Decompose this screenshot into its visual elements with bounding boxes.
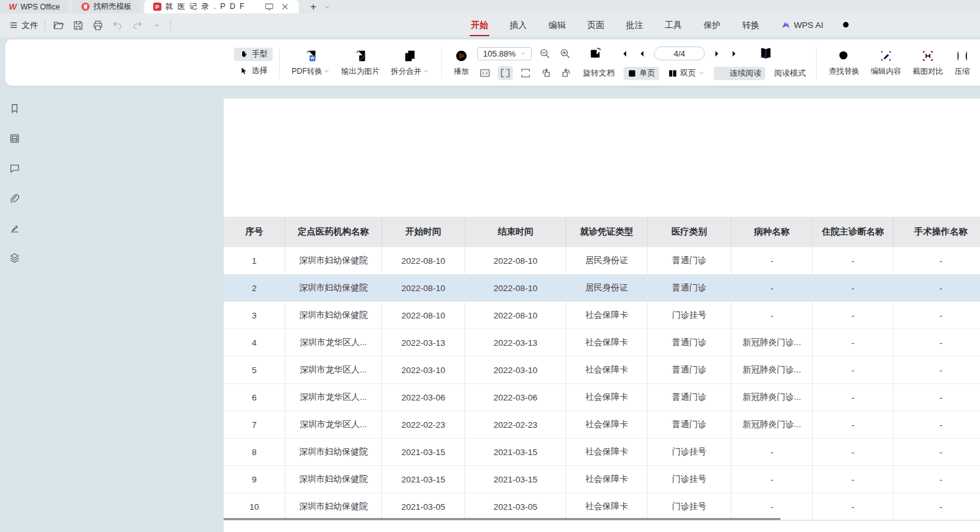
print-button[interactable] [91,18,105,32]
tab-home[interactable]: 开始 [470,17,489,34]
rotate-right-button[interactable] [559,66,574,80]
zoom-level-combo[interactable]: 105.88% [477,47,532,60]
compress-button[interactable]: 压缩 [949,48,976,78]
tab-insert[interactable]: 插入 [508,17,528,34]
table-cell: 2022-03-06 [381,383,465,411]
read-mode-button[interactable]: 阅读模式 [770,67,810,80]
zoom-in-button[interactable] [557,46,573,60]
first-page-button[interactable] [617,48,630,60]
new-tab-button[interactable]: + [308,1,319,13]
double-page-button[interactable]: 双页 [664,67,709,80]
quickbar-chevron-icon[interactable] [150,18,164,32]
table-cell: 2022-03-06 [465,383,566,411]
table-horizontal-scrollbar[interactable] [224,518,780,520]
table-cell: 2021-03-15 [381,438,465,465]
open-file-button[interactable] [51,18,65,32]
table-cell: - [893,356,980,383]
tab-wps-ai[interactable]: WPS AI [780,18,825,32]
attachments-icon[interactable] [6,190,23,207]
save-button[interactable] [71,18,85,32]
table-cell: - [812,329,893,356]
column-header: 开始时间 [381,217,465,247]
bookmarks-icon[interactable] [6,100,23,117]
tab-document-pdf[interactable]: P 就医记录.PDF [144,0,299,13]
find-replace-button[interactable]: 查找替换 [823,48,865,78]
close-tab-icon[interactable] [280,2,290,11]
single-page-button[interactable]: 单页 [623,67,659,80]
comments-icon[interactable] [6,160,23,177]
thumbnails-icon[interactable] [6,130,23,147]
tab-edit[interactable]: 编辑 [547,17,567,34]
table-cell: 社会保障卡 [566,493,647,520]
layers-icon[interactable] [6,250,23,266]
table-cell: 居民身份证 [566,247,647,274]
table-cell: 新冠肺炎门诊... [731,383,812,411]
table-cell: - [893,438,980,465]
divider [170,20,171,31]
header-row: 序号定点医药机构名称开始时间结束时间就诊凭证类型医疗类别病种名称住院主诊断名称手… [224,217,980,247]
ribbon-search-icon[interactable] [841,20,851,30]
tab-wps-office[interactable]: W WPS Office [0,0,69,13]
export-image-button[interactable]: 输出为图片 [336,48,385,78]
monitor-icon[interactable] [264,2,274,11]
table-cell: - [893,329,980,356]
table-cell: - [893,465,980,493]
tab-tools[interactable]: 工具 [664,17,683,34]
table-cell: 社会保障卡 [566,383,647,411]
ribbon-toolbar: 手型 选择 PDF转换 输出为图片 拆分合并 播放 105.88% [5,39,980,86]
screenshot-compare-button[interactable]: 截图对比 [907,48,949,78]
file-menu-button[interactable]: 文件 [0,20,44,31]
table-cell: - [893,493,980,520]
pdf-convert-button[interactable]: PDF转换 [286,48,336,78]
table-cell: 2022-02-23 [465,411,566,438]
table-cell: 9 [224,465,285,493]
table-cell: 新冠肺炎门诊... [731,411,812,438]
column-header: 定点医药机构名称 [285,217,381,247]
next-page-button[interactable] [710,48,723,60]
tab-comment[interactable]: 批注 [625,17,644,34]
compress-label: 压缩 [955,66,970,77]
continuous-reading-button[interactable]: 连续阅读 [714,67,765,80]
select-tool-button[interactable]: 选择 [234,64,273,78]
table-cell: 社会保障卡 [566,301,647,329]
zoom-out-button[interactable] [537,46,552,60]
table-cell: - [812,465,893,493]
pdf-page: 序号定点医药机构名称开始时间结束时间就诊凭证类型医疗类别病种名称住院主诊断名称手… [224,99,980,532]
table-cell: 4 [224,329,285,356]
rotate-left-button[interactable] [538,66,554,80]
actual-size-button[interactable] [477,66,493,80]
table-cell: - [731,438,812,465]
tab-protect[interactable]: 保护 [702,17,722,34]
table-cell: 门诊挂号 [647,493,731,520]
annotate-pen-icon[interactable] [6,220,23,236]
tab-docer-templates[interactable]: 找稻壳模板 [72,0,140,13]
table-cell: 深圳市龙华区人... [285,356,381,383]
table-row: 10深圳市妇幼保健院2021-03-052021-03-05社会保障卡门诊挂号-… [224,493,980,520]
tab-convert[interactable]: 转换 [741,17,761,34]
table-cell: - [812,274,893,301]
split-merge-button[interactable]: 拆分合并 [385,48,435,78]
table-cell: 深圳市妇幼保健院 [285,493,381,520]
divider [441,47,442,79]
rotate-pages-icon[interactable] [587,45,604,62]
table-cell: 居民身份证 [566,274,647,301]
last-page-button[interactable] [728,48,742,60]
redo-button[interactable] [130,18,144,32]
fit-page-button[interactable] [518,66,533,80]
page-number-input[interactable] [654,46,705,60]
rotate-document-label: 旋转文档 [583,68,615,79]
table-cell: 深圳市妇幼保健院 [285,301,381,329]
previous-page-button[interactable] [636,48,649,60]
read-mode-book-icon[interactable] [757,45,775,62]
fit-width-button[interactable] [498,66,513,80]
zoom-nav-row: 105.88% [477,45,810,62]
play-button[interactable]: 播放 [448,48,475,78]
rotate-document-button[interactable]: 旋转文档 [579,67,618,80]
tab-page[interactable]: 页面 [586,17,606,34]
hand-tool-button[interactable]: 手型 [234,48,273,61]
tab-list-chevron-icon[interactable] [324,4,330,10]
edit-content-button[interactable]: 编辑内容 [865,48,907,78]
table-row: 6深圳市龙华区人...2022-03-062022-03-06社会保障卡普通门诊… [224,383,980,411]
undo-button[interactable] [111,18,125,32]
screenshot-compare-label: 截图对比 [913,66,943,77]
